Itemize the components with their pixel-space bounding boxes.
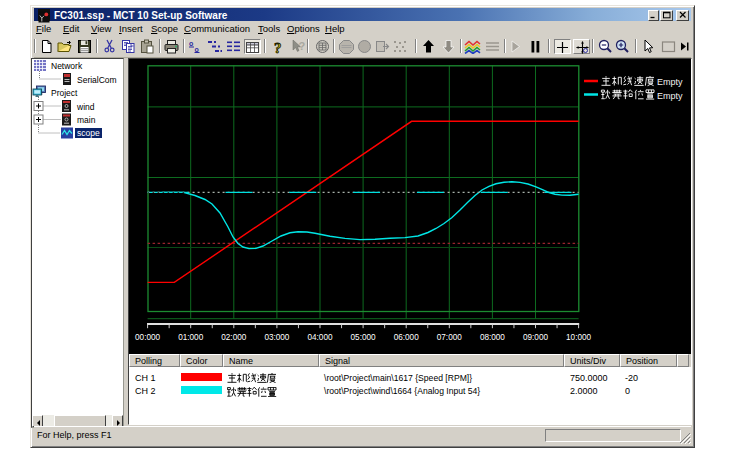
svg-text:09:000: 09:000 [523, 333, 548, 342]
svg-text:03:000: 03:000 [264, 333, 289, 342]
svg-text:02:000: 02:000 [221, 333, 246, 342]
svg-text:04:000: 04:000 [307, 333, 332, 342]
svg-text:?: ? [274, 40, 282, 55]
svg-text:Empty: Empty [657, 91, 683, 101]
svg-text:10:000: 10:000 [566, 333, 591, 342]
svg-text:05:000: 05:000 [351, 333, 376, 342]
svg-text:o: o [189, 40, 193, 47]
svg-text:Empty: Empty [657, 77, 683, 87]
svg-text:08:000: 08:000 [480, 333, 505, 342]
svg-text:06:000: 06:000 [394, 333, 419, 342]
svg-text:07:000: 07:000 [437, 333, 462, 342]
svg-text:?: ? [299, 40, 306, 52]
svg-text:00:000: 00:000 [135, 333, 160, 342]
svg-text:01:000: 01:000 [178, 333, 203, 342]
svg-text:o: o [195, 46, 199, 53]
